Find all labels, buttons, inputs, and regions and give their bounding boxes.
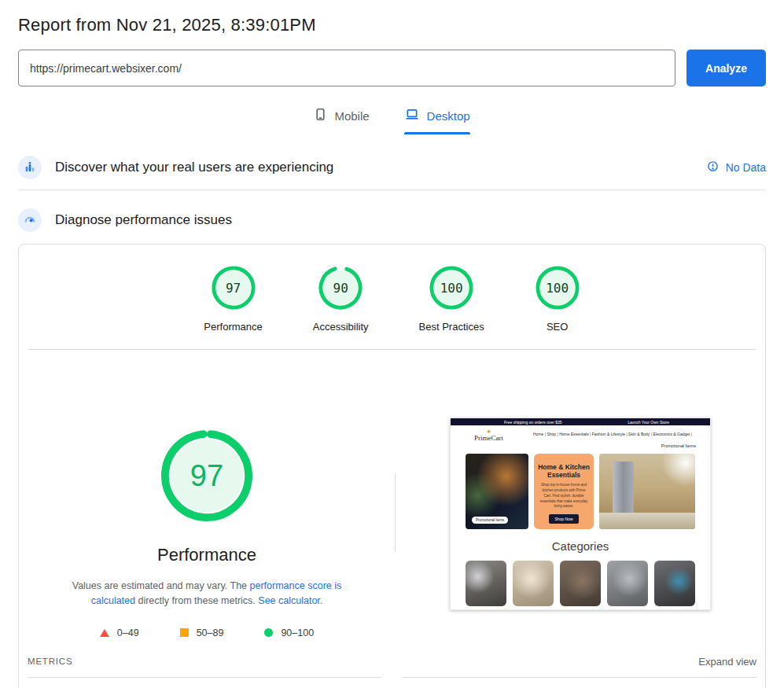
field-data-section-header: Discover what your real users are experi… bbox=[18, 156, 766, 179]
seo-score-value: 100 bbox=[535, 265, 580, 311]
preview-category-image bbox=[560, 561, 601, 606]
preview-hero-title: Home & Kitchen Essentials bbox=[538, 463, 590, 479]
metric-column-left: First Contentful Paint bbox=[28, 677, 381, 688]
mobile-phone-icon bbox=[314, 108, 327, 123]
preview-category-image bbox=[466, 561, 506, 606]
preview-category-image bbox=[607, 561, 648, 606]
best-practices-score-label: Best Practices bbox=[419, 321, 484, 333]
preview-categories-title: Categories bbox=[451, 539, 710, 553]
tab-desktop-indicator bbox=[404, 132, 470, 134]
preview-hero-body: Shop top in-house home and kitchen produ… bbox=[538, 483, 590, 510]
lab-data-title: Diagnose performance issues bbox=[55, 212, 232, 228]
category-scores-row: 97 Performance 90 Accessibility bbox=[19, 245, 765, 333]
performance-main-label: Performance bbox=[157, 545, 256, 565]
info-icon bbox=[707, 160, 719, 175]
legend-average: 50–89 bbox=[180, 627, 224, 638]
preview-topbar-left: Free shipping on orders over $35 bbox=[504, 420, 562, 425]
device-tabs: Mobile Desktop bbox=[18, 108, 766, 134]
fail-triangle-icon bbox=[100, 629, 109, 637]
metrics-grid: First Contentful Paint Largest Contentfu… bbox=[19, 677, 765, 688]
preview-nav-home-essentials: Home Essentials bbox=[556, 432, 589, 436]
tab-desktop-label: Desktop bbox=[427, 109, 470, 123]
performance-main-score: 97 bbox=[160, 429, 253, 522]
score-gauge-seo[interactable]: 100 SEO bbox=[535, 265, 580, 333]
score-range-legend: 0–49 50–89 90–100 bbox=[100, 627, 314, 638]
preview-logo: ✺ PrimeCart bbox=[474, 430, 503, 442]
preview-topbar: Free shipping on orders over $35 Launch … bbox=[451, 418, 710, 425]
preview-counter-shape bbox=[599, 513, 695, 529]
best-practices-score-value: 100 bbox=[429, 265, 474, 311]
metric-column-right: Largest Contentful Paint bbox=[403, 677, 756, 688]
real-users-icon bbox=[18, 156, 42, 179]
score-gauge-best-practices[interactable]: 100 Best Practices bbox=[419, 265, 484, 333]
url-bar: Analyze bbox=[18, 50, 766, 86]
performance-summary-column: 97 Performance Values are estimated and … bbox=[19, 350, 395, 638]
no-data-label: No Data bbox=[726, 161, 766, 174]
preview-hero-image-left: Promotional Items bbox=[466, 454, 528, 529]
tab-desktop[interactable]: Desktop bbox=[404, 108, 470, 134]
metrics-header: METRICS Expand view bbox=[19, 656, 765, 668]
preview-topbar-right: Launch Your Own Store bbox=[628, 420, 669, 425]
score-gauge-performance[interactable]: 97 Performance bbox=[204, 265, 262, 333]
screenshot-column: Free shipping on orders over $35 Launch … bbox=[396, 350, 765, 638]
no-data-status[interactable]: No Data bbox=[707, 160, 766, 175]
metrics-heading: METRICS bbox=[28, 657, 72, 666]
average-range-label: 50–89 bbox=[197, 627, 224, 638]
diagnose-gauge-icon bbox=[18, 208, 42, 232]
disclaimer-text-1: Values are estimated and may vary. The bbox=[72, 580, 250, 591]
accessibility-score-label: Accessibility bbox=[313, 321, 369, 333]
performance-score-label: Performance bbox=[204, 321, 262, 333]
analyze-button[interactable]: Analyze bbox=[686, 50, 766, 86]
preview-nav-links: HomeShopHome EssentialsFashion & Lifesty… bbox=[533, 432, 706, 436]
preview-navbar: ✺ PrimeCart HomeShopHome EssentialsFashi… bbox=[451, 425, 710, 452]
preview-logo-text: PrimeCart bbox=[474, 434, 503, 442]
desktop-laptop-icon bbox=[404, 108, 420, 123]
performance-score-value: 97 bbox=[211, 265, 256, 311]
legend-pass: 90–100 bbox=[264, 627, 314, 638]
preview-promo-link: Promotional Items bbox=[661, 443, 696, 448]
field-data-title: Discover what your real users are experi… bbox=[55, 160, 333, 175]
preview-category-image bbox=[513, 561, 554, 606]
preview-category-image bbox=[654, 561, 695, 606]
tab-mobile-indicator bbox=[314, 132, 369, 134]
accessibility-score-value: 90 bbox=[318, 265, 363, 311]
preview-fridge-shape bbox=[613, 462, 634, 521]
preview-nav-fashion: Fashion & Lifestyle bbox=[589, 432, 625, 436]
tab-mobile-label: Mobile bbox=[334, 109, 369, 123]
page-screenshot-thumbnail[interactable]: Free shipping on orders over $35 Launch … bbox=[450, 418, 711, 610]
lighthouse-report-card: 97 Performance 90 Accessibility bbox=[18, 244, 766, 688]
fail-range-label: 0–49 bbox=[117, 627, 139, 638]
section-divider bbox=[18, 189, 766, 190]
page-title: Report from Nov 21, 2025, 8:39:01PM bbox=[18, 0, 766, 35]
performance-main-gauge[interactable]: 97 bbox=[160, 429, 253, 522]
preview-nav-skin-body: Skin & Body bbox=[625, 432, 650, 436]
legend-fail: 0–49 bbox=[100, 627, 139, 638]
preview-hero-image-right bbox=[599, 454, 695, 529]
url-input[interactable] bbox=[18, 50, 675, 86]
preview-hero-badge: Promotional Items bbox=[472, 517, 508, 524]
seo-score-label: SEO bbox=[547, 321, 568, 333]
lab-data-section-header: Diagnose performance issues bbox=[18, 208, 766, 232]
expand-view-button[interactable]: Expand view bbox=[698, 656, 756, 668]
pass-circle-icon bbox=[264, 628, 273, 637]
tab-mobile[interactable]: Mobile bbox=[314, 108, 369, 134]
disclaimer-text-2: directly from these metrics. bbox=[135, 595, 258, 606]
score-gauge-accessibility[interactable]: 90 Accessibility bbox=[313, 265, 369, 333]
pass-range-label: 90–100 bbox=[281, 627, 314, 638]
performance-detail-columns: 97 Performance Values are estimated and … bbox=[19, 350, 765, 638]
pagespeed-report: Report from Nov 21, 2025, 8:39:01PM Anal… bbox=[0, 0, 784, 688]
preview-nav-shop: Shop bbox=[543, 432, 556, 436]
preview-shop-now-button: Shop Now bbox=[549, 514, 578, 524]
score-disclaimer: Values are estimated and may vary. The p… bbox=[62, 579, 352, 609]
preview-category-row bbox=[451, 561, 710, 606]
preview-nav-electronics: Electronics & Gadget bbox=[650, 432, 690, 436]
preview-hero: Promotional Items Home & Kitchen Essenti… bbox=[466, 454, 695, 529]
preview-nav-home: Home bbox=[533, 432, 543, 436]
see-calculator-link[interactable]: See calculator. bbox=[258, 595, 322, 606]
average-square-icon bbox=[180, 628, 189, 637]
preview-hero-card: Home & Kitchen Essentials Shop top in-ho… bbox=[534, 454, 594, 529]
